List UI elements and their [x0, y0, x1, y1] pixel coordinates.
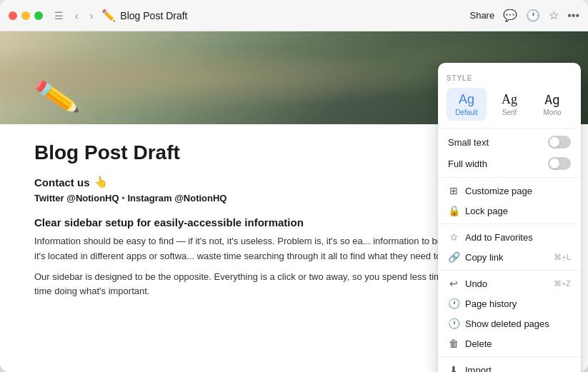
import-icon: ⬇ — [448, 364, 459, 372]
star-icon[interactable]: ☆ — [549, 9, 559, 22]
style-default[interactable]: Ag Default — [447, 88, 487, 121]
menu-section-3: ↩ Undo ⌘+Z 🕐 Page history 🕐 — [438, 271, 581, 357]
lock-page-item[interactable]: 🔒 Lock page — [438, 201, 581, 221]
share-button[interactable]: Share — [469, 10, 494, 21]
main-content: ✏️ Blog Post Draft Contact us 👆 Twitter … — [0, 31, 588, 372]
delete-item[interactable]: 🗑 Delete — [438, 333, 581, 353]
small-text-label: Small text — [448, 137, 489, 148]
menu-section-2: ☆ Add to Favorites 🔗 Copy link ⌘+L — [438, 224, 581, 271]
style-default-label: Default — [455, 109, 478, 116]
import-label: Import — [465, 365, 492, 373]
full-width-label: Full width — [448, 159, 487, 169]
style-serif-label: Serif — [502, 109, 517, 116]
page-icon: ✏️ — [101, 9, 116, 22]
full-width-toggle[interactable] — [548, 157, 571, 170]
nav-buttons: ☰ ‹ › — [51, 9, 96, 23]
style-section: STYLE Ag Default Ag Serif Ag Mono — [438, 70, 581, 129]
style-label: STYLE — [447, 74, 572, 82]
menu-section-4: ⬇ Import ⬆ Export — [438, 357, 581, 372]
small-text-toggle[interactable] — [548, 136, 571, 149]
favorites-label: Add to Favorites — [465, 232, 533, 243]
traffic-lights — [9, 11, 43, 20]
contact-emoji: 👆 — [94, 176, 108, 188]
breadcrumb: ✏️ Blog Post Draft — [101, 9, 469, 22]
style-mono[interactable]: Ag Mono — [532, 88, 572, 121]
import-left: ⬇ Import — [448, 364, 492, 372]
small-text-row: Small text — [438, 131, 581, 153]
style-mono-text: Ag — [544, 92, 560, 107]
lock-page-left: 🔒 Lock page — [448, 205, 508, 216]
forward-button[interactable]: › — [87, 9, 96, 23]
toggle-section: Small text Full width — [438, 129, 581, 178]
show-deleted-icon: 🕐 — [448, 318, 459, 329]
favorites-left: ☆ Add to Favorites — [448, 231, 533, 243]
app-window: ☰ ‹ › ✏️ Blog Post Draft Share 💬 🕐 ☆ •••… — [0, 0, 588, 372]
style-options: Ag Default Ag Serif Ag Mono — [447, 88, 572, 121]
show-deleted-left: 🕐 Show deleted pages — [448, 318, 549, 329]
minimize-button[interactable] — [21, 11, 30, 20]
undo-label: Undo — [465, 278, 487, 289]
copy-link-item[interactable]: 🔗 Copy link ⌘+L — [438, 247, 581, 267]
show-deleted-item[interactable]: 🕐 Show deleted pages — [438, 313, 581, 333]
customize-page-left: ⊞ Customize page — [448, 185, 532, 196]
lock-icon: 🔒 — [448, 205, 459, 216]
style-serif-text: Ag — [502, 92, 517, 107]
copy-link-left: 🔗 Copy link — [448, 251, 503, 263]
comment-icon[interactable]: 💬 — [503, 9, 517, 22]
close-button[interactable] — [9, 11, 17, 20]
contact-label: Contact us — [34, 176, 90, 188]
page-history-left: 🕐 Page history — [448, 298, 517, 309]
menu-section-1: ⊞ Customize page 🔒 Lock page — [438, 178, 581, 224]
favorites-item[interactable]: ☆ Add to Favorites — [438, 227, 581, 247]
delete-label: Delete — [465, 338, 492, 349]
delete-icon: 🗑 — [448, 338, 459, 349]
customize-icon: ⊞ — [448, 185, 459, 196]
delete-left: 🗑 Delete — [448, 338, 492, 349]
customize-page-item[interactable]: ⊞ Customize page — [438, 181, 581, 201]
lock-page-label: Lock page — [465, 206, 508, 216]
undo-item[interactable]: ↩ Undo ⌘+Z — [438, 273, 581, 293]
more-button[interactable]: ••• — [567, 9, 579, 22]
titlebar-actions: Share 💬 🕐 ☆ ••• — [469, 9, 579, 22]
style-mono-label: Mono — [543, 109, 561, 116]
fullscreen-button[interactable] — [34, 11, 43, 20]
undo-left: ↩ Undo — [448, 278, 487, 289]
copy-link-shortcut: ⌘+L — [554, 253, 571, 262]
page-history-item[interactable]: 🕐 Page history — [438, 293, 581, 313]
dropdown-overlay: STYLE Ag Default Ag Serif Ag Mono — [438, 63, 581, 372]
customize-page-label: Customize page — [465, 186, 532, 196]
dropdown-menu: STYLE Ag Default Ag Serif Ag Mono — [438, 63, 581, 372]
copy-link-label: Copy link — [465, 252, 503, 263]
undo-shortcut: ⌘+Z — [554, 279, 571, 288]
show-deleted-label: Show deleted pages — [465, 318, 549, 329]
titlebar: ☰ ‹ › ✏️ Blog Post Draft Share 💬 🕐 ☆ ••• — [0, 0, 588, 31]
import-item[interactable]: ⬇ Import — [438, 360, 581, 372]
pencil-emoji: ✏️ — [33, 74, 82, 121]
history-icon[interactable]: 🕐 — [526, 9, 540, 22]
favorites-icon: ☆ — [448, 231, 459, 243]
undo-icon: ↩ — [448, 278, 459, 289]
page-history-label: Page history — [465, 298, 517, 309]
back-button[interactable]: ‹ — [72, 9, 81, 23]
full-width-row: Full width — [438, 153, 581, 174]
page-title: Blog Post Draft — [120, 10, 187, 21]
style-default-text: Ag — [459, 92, 474, 107]
page-history-icon: 🕐 — [448, 298, 459, 309]
style-serif[interactable]: Ag Serif — [489, 88, 529, 121]
link-icon: 🔗 — [448, 251, 459, 263]
menu-icon[interactable]: ☰ — [51, 9, 66, 23]
